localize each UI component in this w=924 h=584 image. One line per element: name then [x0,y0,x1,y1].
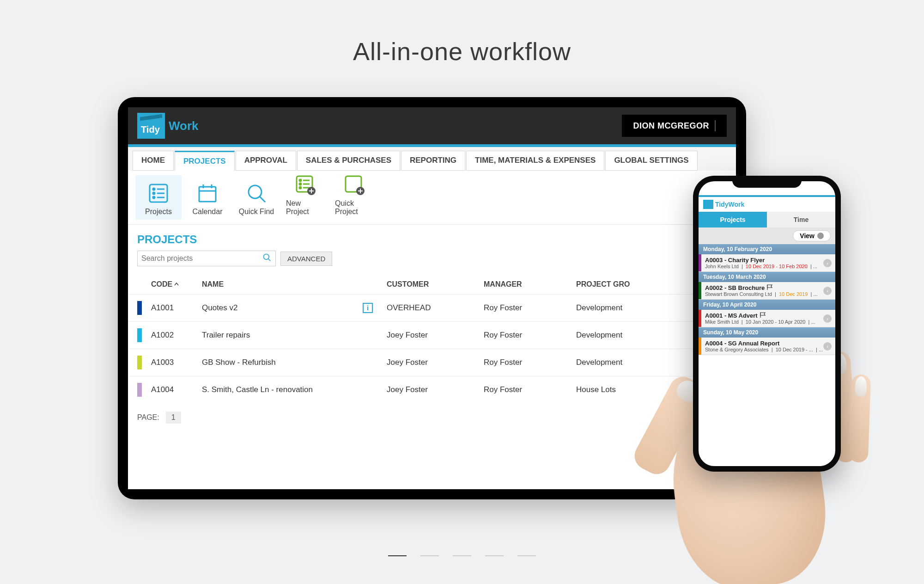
section-title: PROJECTS [128,225,736,251]
svg-point-15 [299,183,301,185]
svg-point-16 [299,187,301,189]
pager-label: PAGE: [137,413,159,422]
tablet-screen: Tidy Work DION MCGREGOR HOMEPROJECTSAPPR… [128,107,736,489]
col-name[interactable]: NAME [202,280,387,289]
mobile-tabs: Projects Time [699,212,835,227]
search-icon [246,183,267,204]
svg-point-2 [153,192,155,194]
mobile-list-item[interactable]: A0001 - MS Advert Mike Smith Ltd | 10 Ja… [699,310,835,327]
phone-screen: TidyWork Projects Time View Monday, 10 F… [699,181,835,466]
tab-approval[interactable]: APPROVAL [236,151,296,171]
chevron-right-icon[interactable]: › [823,259,832,267]
row-color-bar [137,301,142,315]
svg-line-12 [260,197,265,202]
tool-projects[interactable]: Projects [135,175,182,220]
info-icon[interactable]: i [363,303,373,313]
search-box[interactable] [137,251,276,266]
cell-manager: Roy Foster [484,303,576,313]
col-manager[interactable]: MANAGER [484,280,576,289]
table-row[interactable]: A1002Trailer repairsJoey FosterRoy Foste… [128,321,736,349]
mobile-list-item[interactable]: A0004 - SG Annual ReportStone & Gregory … [699,338,835,355]
logo-mark-text: Tidy [141,124,160,135]
table-row[interactable]: A1001Quotes v2iOVERHEADRoy FosterDevelop… [128,294,736,321]
dot-4[interactable] [485,555,504,556]
tab-sales-purchases[interactable]: SALES & PURCHASES [297,151,400,171]
mobile-date-header: Tuesday, 10 March 2020 [699,272,835,282]
user-menu[interactable]: DION MCGREGOR [622,115,727,137]
tool-label: Quick Find [239,208,274,216]
chevron-right-icon[interactable]: › [823,314,832,323]
item-title: A0001 - MS Advert [705,312,832,319]
table-row[interactable]: A1004S. Smith, Castle Ln - renovationJoe… [128,376,736,403]
item-subtitle: Stone & Gregory Associates | 10 Dec 2019… [705,347,832,352]
dot-1[interactable] [388,555,407,556]
row-color-bar [137,356,142,369]
search-row: ADVANCED [128,251,736,275]
tool-new-project[interactable]: New Project [282,175,328,220]
item-subtitle: Mike Smith Ltd | 10 Jan 2020 - 10 Apr 20… [705,319,832,325]
cell-code: A1001 [151,303,202,313]
tab-projects[interactable]: PROJECTS [175,151,235,171]
mobile-view-button[interactable]: View [793,230,831,241]
col-code[interactable]: CODE [151,280,202,289]
search-icon[interactable] [262,253,272,264]
tool-label: Calendar [193,208,223,216]
item-title: A0002 - SB Brochure [705,284,832,291]
item-subtitle: Stewart Brown Consulting Ltd | 10 Dec 20… [705,291,832,297]
list-icon [148,183,169,204]
mobile-tab-time[interactable]: Time [767,212,835,227]
tool-quick-project[interactable]: Quick Project [331,175,377,220]
dot-3[interactable] [453,555,471,556]
svg-point-11 [249,185,261,198]
svg-rect-7 [199,187,216,202]
mobile-list-item[interactable]: A0003 - Charity FlyerJohn Keels Ltd | 10… [699,254,835,272]
tool-label: New Project [286,199,325,216]
cell-customer: Joey Foster [387,358,484,367]
mobile-tab-projects[interactable]: Projects [699,212,767,227]
row-color-bar [137,383,142,397]
mobile-logo-icon [703,200,713,209]
table-header: CODE NAME CUSTOMER MANAGER PROJECT GRO [128,275,736,294]
calendar-icon [197,183,218,204]
dot-5[interactable] [517,555,536,556]
phone-device: TidyWork Projects Time View Monday, 10 F… [693,176,841,472]
tool-quick-find[interactable]: Quick Find [233,175,280,220]
tab-global-settings[interactable]: GLOBAL SETTINGS [605,151,697,171]
flag-icon [760,312,766,319]
cell-code: A1003 [151,358,202,367]
cell-manager: Roy Foster [484,358,576,367]
cell-code: A1002 [151,331,202,340]
mobile-list-item[interactable]: A0002 - SB Brochure Stewart Brown Consul… [699,282,835,300]
tool-label: Quick Project [335,199,374,216]
page-headline: All-in-one workflow [0,0,924,66]
chevron-right-icon[interactable]: › [823,287,832,295]
mobile-date-header: Friday, 10 April 2020 [699,300,835,310]
tool-calendar[interactable]: Calendar [184,175,231,220]
col-customer[interactable]: CUSTOMER [387,280,484,289]
search-input[interactable] [141,254,262,263]
new-list-icon [295,174,316,196]
item-subtitle: John Keels Ltd | 10 Dec 2019 - 10 Feb 20… [705,264,832,269]
cell-manager: Roy Foster [484,385,576,394]
advanced-button[interactable]: ADVANCED [280,252,332,266]
mobile-view-row: View [699,227,835,244]
dot-2[interactable] [420,555,439,556]
tab-reporting[interactable]: REPORTING [401,151,465,171]
tab-home[interactable]: HOME [133,151,174,171]
svg-point-14 [299,179,301,181]
mobile-date-header: Monday, 10 February 2020 [699,244,835,254]
table-row[interactable]: A1003GB Show - RefurbishJoey FosterRoy F… [128,349,736,376]
flag-icon [766,284,773,291]
item-title: A0004 - SG Annual Report [705,340,832,347]
svg-line-28 [268,259,271,261]
mobile-logo[interactable]: TidyWork [699,195,835,212]
svg-point-1 [153,188,155,190]
tab-time-materials-expenses[interactable]: TIME, MATERIALS & EXPENSES [466,151,604,171]
cell-customer: OVERHEAD [387,303,484,313]
chevron-right-icon[interactable]: › [823,342,832,350]
logo[interactable]: Tidy Work [137,113,199,139]
page-number[interactable]: 1 [166,412,181,424]
cell-code: A1004 [151,385,202,394]
cell-name: Trailer repairs [202,331,387,340]
item-title: A0003 - Charity Flyer [705,257,832,264]
